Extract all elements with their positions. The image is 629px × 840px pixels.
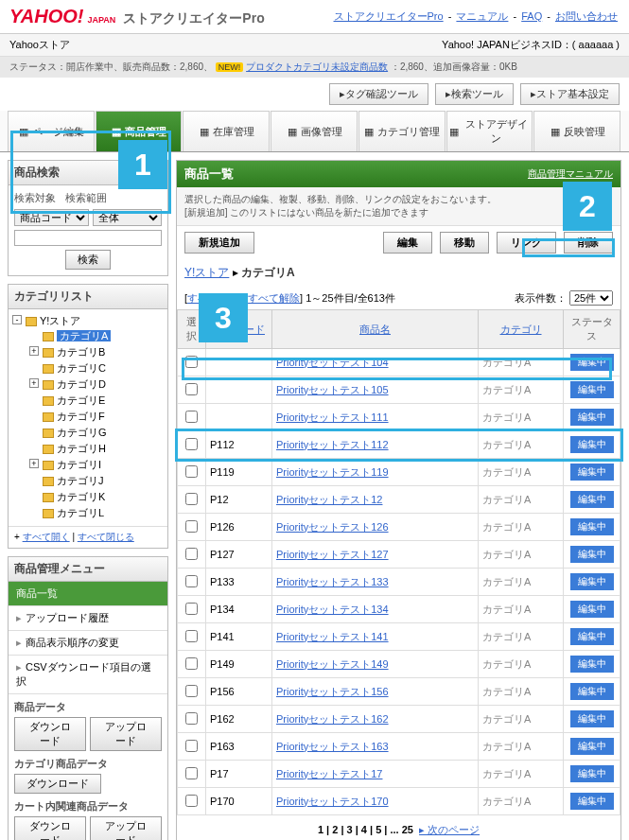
statusbar: ステータス：開店作業中、販売商品数：2,860、 NEW! プロダクトカテゴリ未… [0,57,629,78]
tag-check-tool-button[interactable]: ▸タグ確認ツール [329,83,428,105]
tree-item[interactable]: +カテゴリD [29,376,164,393]
tab-6[interactable]: ▦反映管理 [533,111,620,151]
link-faq[interactable]: FAQ [521,10,542,22]
link-product[interactable]: Priorityセットテスト127 [276,549,389,560]
row-checkbox[interactable] [185,356,198,368]
link-product[interactable]: Priorityセットテスト170 [276,796,389,807]
row-checkbox[interactable] [185,795,198,807]
link-product[interactable]: Priorityセットテスト163 [276,741,389,752]
expand-icon[interactable]: + [29,378,39,388]
search-tool-button[interactable]: ▸検索ツール [435,83,514,105]
link-product[interactable]: Priorityセットテスト156 [276,686,389,697]
link-product[interactable]: Priorityセットテスト141 [276,631,389,642]
link-product[interactable]: Priorityセットテスト104 [276,357,389,368]
data-btn[interactable]: ダウンロード [14,717,86,751]
link-contact[interactable]: お問い合わせ [555,10,618,22]
data-section-title: カート内関連商品データ [14,799,162,814]
row-checkbox[interactable] [185,603,198,615]
link-next-page[interactable]: ▸ 次のページ [419,824,480,835]
tab-5[interactable]: ▦ストアデザイン [446,111,533,151]
link-deselect-all[interactable]: すべて解除 [248,292,300,304]
desc-line1: 選択した商品の編集、複製、移動、削除、リンクの設定をおこないます。 [184,193,613,206]
menu-item-0[interactable]: 商品一覧 [9,582,167,606]
tree-item[interactable]: カテゴリJ [29,473,164,489]
link-product[interactable]: Priorityセットテスト126 [276,521,389,533]
tree-item[interactable]: カテゴリG [29,425,164,441]
tab-0[interactable]: ▦ページ編集 [8,111,95,151]
row-checkbox[interactable] [185,438,198,450]
row-checkbox[interactable] [185,657,198,670]
link-expand-all[interactable]: すべて開く [23,532,70,542]
link-manual-content[interactable]: 商品管理マニュアル [528,167,613,181]
link-product[interactable]: Priorityセットテスト133 [276,576,389,587]
pagination-pages[interactable]: 1 | 2 | 3 | 4 | 5 | ... 25 [318,824,413,835]
data-btn[interactable]: ダウンロード [14,774,101,794]
col-name[interactable]: 商品名 [359,324,391,335]
tree-item[interactable]: カテゴリH [29,441,164,457]
tree-item[interactable]: +カテゴリB [29,344,164,360]
tree-item[interactable]: +カテゴリI [29,457,164,473]
collapse-icon[interactable]: - [12,315,22,324]
tab-2[interactable]: ▦在庫管理 [183,111,270,151]
row-checkbox[interactable] [185,630,198,642]
data-btn[interactable]: アップロード [90,816,162,840]
tree-item[interactable]: カテゴリK [29,489,164,505]
link-storecreator[interactable]: ストアクリエイターPro [334,10,444,22]
link-button[interactable]: リンク [497,232,556,254]
menu-item-1[interactable]: アップロード履歴 [9,606,167,631]
row-checkbox[interactable] [185,685,198,697]
row-checkbox[interactable] [185,520,198,533]
row-checkbox[interactable] [185,548,198,560]
link-product[interactable]: Priorityセットテスト111 [276,411,389,423]
col-category[interactable]: カテゴリ [500,324,542,335]
tree-item[interactable]: カテゴリF [29,409,164,425]
expand-icon[interactable]: + [29,346,39,356]
folder-icon [43,396,54,406]
tree-root[interactable]: -Y!ストア カテゴリA+カテゴリBカテゴリC+カテゴリDカテゴリEカテゴリFカ… [12,313,164,522]
link-product[interactable]: Priorityセットテスト12 [276,494,382,505]
data-section-title: 商品データ [14,700,162,714]
delete-button[interactable]: 削除 [564,232,613,254]
link-product[interactable]: Priorityセットテスト17 [276,768,382,779]
search-button[interactable]: 検索 [65,250,111,270]
add-button[interactable]: 新規追加 [184,232,254,254]
row-checkbox[interactable] [185,465,198,478]
link-product[interactable]: Priorityセットテスト149 [276,658,389,670]
tab-3[interactable]: ▦画像管理 [271,111,358,151]
tree-item[interactable]: カテゴリA [29,328,164,344]
link-manual[interactable]: マニュアル [456,10,508,22]
row-checkbox[interactable] [185,712,198,725]
data-btn[interactable]: アップロード [90,717,162,751]
row-checkbox[interactable] [185,411,198,423]
link-collapse-all[interactable]: すべて閉じる [78,532,134,542]
search-input[interactable] [14,230,162,246]
link-product[interactable]: Priorityセットテスト105 [276,384,389,395]
breadcrumb-root[interactable]: Y!ストア [184,266,229,279]
edit-button[interactable]: 編集 [383,232,432,254]
link-product[interactable]: Priorityセットテスト134 [276,604,389,615]
link-product[interactable]: Priorityセットテスト162 [276,713,389,725]
link-uncategorized[interactable]: プロダクトカテゴリ未設定商品数 [246,61,388,72]
search-range-select[interactable]: 全体 [93,209,162,226]
display-count-select[interactable]: 25件 [569,290,613,306]
expand-all-icon[interactable]: + [14,532,20,542]
row-checkbox[interactable] [185,493,198,505]
row-checkbox[interactable] [185,383,198,395]
link-product[interactable]: Priorityセットテスト119 [276,466,389,478]
business-id: Yahoo! JAPANビジネスID：( aaaaaa ) [442,38,620,52]
menu-item-2[interactable]: 商品表示順序の変更 [9,631,167,656]
data-btn[interactable]: ダウンロード [14,816,86,840]
row-checkbox[interactable] [185,740,198,752]
expand-icon[interactable]: + [29,459,39,468]
store-settings-button[interactable]: ▸ストア基本設定 [520,83,620,105]
search-target-select[interactable]: 商品コード [14,209,89,226]
row-checkbox[interactable] [185,575,198,587]
tree-item[interactable]: カテゴリL [29,505,164,521]
tree-item[interactable]: カテゴリC [29,360,164,376]
row-checkbox[interactable] [185,767,198,779]
menu-item-3[interactable]: CSVダウンロード項目の選択 [9,656,167,694]
link-product[interactable]: Priorityセットテスト112 [276,439,389,450]
tab-4[interactable]: ▦カテゴリ管理 [358,111,446,151]
tree-item[interactable]: カテゴリE [29,393,164,409]
move-button[interactable]: 移動 [440,232,489,254]
